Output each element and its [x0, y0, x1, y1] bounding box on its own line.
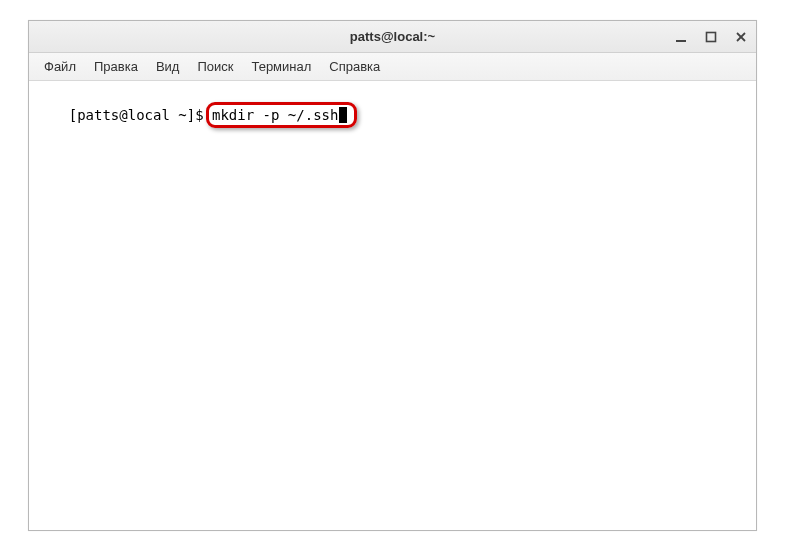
menu-edit[interactable]: Правка: [85, 56, 147, 77]
command-highlight: mkdir -p ~/.ssh: [210, 105, 351, 125]
maximize-button[interactable]: [702, 28, 720, 46]
window-controls: [672, 21, 750, 52]
close-icon: [735, 31, 747, 43]
window-title: patts@local:~: [350, 29, 435, 44]
terminal-window: patts@local:~ Файл Правка Вид Поиск Терм…: [28, 20, 757, 531]
menu-search[interactable]: Поиск: [188, 56, 242, 77]
titlebar: patts@local:~: [29, 21, 756, 53]
svg-rect-1: [707, 32, 716, 41]
minimize-icon: [675, 31, 687, 43]
svg-rect-0: [676, 40, 686, 42]
prompt: [patts@local ~]$: [69, 107, 212, 123]
menu-view[interactable]: Вид: [147, 56, 189, 77]
maximize-icon: [705, 31, 717, 43]
minimize-button[interactable]: [672, 28, 690, 46]
menubar: Файл Правка Вид Поиск Терминал Справка: [29, 53, 756, 81]
menu-terminal[interactable]: Терминал: [242, 56, 320, 77]
menu-file[interactable]: Файл: [35, 56, 85, 77]
command-text: mkdir -p ~/.ssh: [212, 107, 338, 123]
close-button[interactable]: [732, 28, 750, 46]
cursor: [339, 107, 347, 123]
terminal-output[interactable]: [patts@local ~]$ mkdir -p ~/.ssh: [29, 81, 756, 530]
menu-help[interactable]: Справка: [320, 56, 389, 77]
